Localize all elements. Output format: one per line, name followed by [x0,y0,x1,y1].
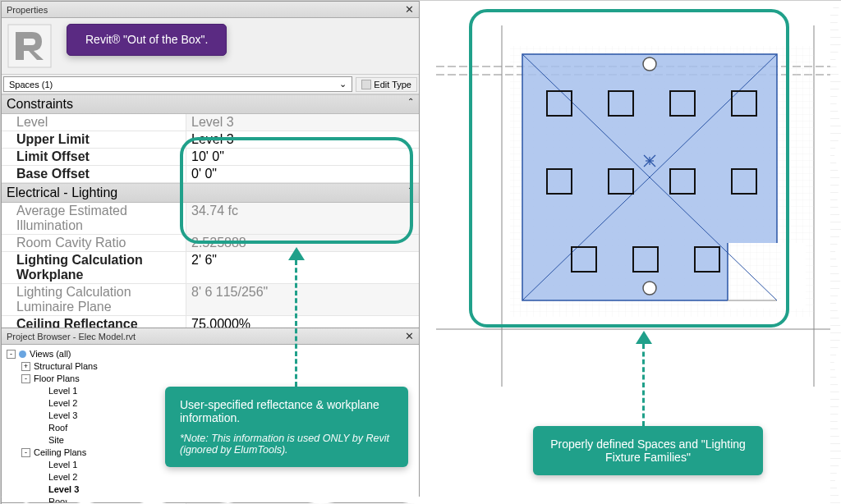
annotation-right: Properly defined Spaces and "Lighting Fi… [533,426,763,475]
edit-type-icon [361,80,371,89]
tree-label: Level 2 [48,471,77,483]
properties-header: Properties ✕ [2,2,419,18]
properties-title: Properties [7,5,48,15]
prop-label: Limit Offset [2,149,186,165]
tree-item[interactable]: +Structural Plans [2,360,419,373]
svg-point-31 [643,282,656,295]
annotation-left-text: User-specified reflectance & workplane i… [180,398,393,424]
prop-value[interactable]: 0' 0" [186,166,419,182]
type-selector-row: Spaces (1) ⌄ Edit Type [2,74,419,94]
edit-type-label: Edit Type [374,80,411,89]
prop-label: Base Offset [2,166,186,182]
tree-toggle-blank [36,399,45,408]
type-selector[interactable]: Spaces (1) ⌄ [3,76,352,92]
tree-toggle-blank [36,460,45,470]
prop-row[interactable]: Lighting Calculation Luminaire Plane8' 6… [2,284,419,316]
annotation-purple-text: Revit® "Out of the Box". [85,33,208,46]
browser-title: Project Browser - Elec Model.rvt [7,332,136,341]
close-icon[interactable]: ✕ [405,330,414,342]
svg-point-30 [643,57,656,71]
tree-item[interactable]: Level 2 [2,471,419,483]
collapse-icon[interactable]: - [21,374,30,383]
floor-plan-drawing [428,9,839,403]
annotation-left-note: *Note: This information is used ONLY by … [180,433,393,456]
prop-value[interactable]: 10' 0" [186,149,419,165]
arrow-up-icon [288,247,305,260]
prop-row[interactable]: Average Estimated Illumination34.74 fc [2,203,419,235]
prop-value[interactable]: Level 3 [186,131,419,148]
collapse-icon[interactable]: ⌃ [407,186,414,200]
views-icon [19,351,26,358]
prop-row[interactable]: Limit Offset10' 0" [2,149,419,166]
type-selector-label: Spaces (1) [9,80,53,89]
tree-label: Ceiling Plans [34,447,86,459]
annotation-right-text: Properly defined Spaces and "Lighting Fi… [548,438,748,464]
svg-rect-10 [728,243,781,300]
tree-label: Structural Plans [34,360,98,373]
browser-header: Project Browser - Elec Model.rvt ✕ [2,328,419,345]
edit-type-button[interactable]: Edit Type [356,77,417,92]
tree-label: Level 1 [48,385,77,397]
prop-label: Level [2,114,186,131]
prop-label: Upper Limit [2,131,186,148]
prop-value[interactable]: Level 3 [186,114,419,131]
close-icon[interactable]: ✕ [405,3,414,16]
tree-item[interactable]: -Views (all) [2,348,419,360]
expand-icon[interactable]: + [21,362,30,371]
collapse-icon[interactable]: - [21,448,30,457]
prop-row[interactable]: Lighting Calculation Workplane2' 6" [2,252,419,284]
tree-toggle-blank [36,473,45,482]
tree-toggle-blank [36,424,45,433]
prop-label: Average Estimated Illumination [2,203,186,234]
arrow-up-icon [636,331,652,344]
collapse-icon[interactable]: ⌃ [407,97,414,112]
dashed-connector [642,344,645,426]
prop-label: Room Cavity Ratio [2,235,186,251]
tree-label: Level 3 [48,483,79,496]
tree-toggle-blank [36,411,45,420]
tree-label: Roof [48,422,67,434]
tree-item[interactable]: -Floor Plans [2,373,419,385]
prop-group-name: Constraints [7,97,73,112]
tree-label: Views (all) [30,348,71,360]
chevron-down-icon: ⌄ [339,79,347,89]
revit-logo-icon [5,21,54,71]
tree-label: Level 3 [48,410,77,422]
tree-label: Level 2 [48,397,77,410]
prop-row[interactable]: Upper LimitLevel 3 [2,131,419,149]
dashed-connector [295,260,297,387]
prop-group-header[interactable]: Electrical - Lighting⌃ [2,183,419,203]
tree-toggle-blank [36,485,45,494]
tree-toggle-blank [36,436,45,445]
tree-label: Level 1 [48,459,77,471]
prop-value[interactable]: 34.74 fc [186,203,419,234]
collapse-icon[interactable]: - [7,350,16,359]
tree-item[interactable]: Level 3 [2,483,419,496]
prop-group-name: Electrical - Lighting [7,186,117,200]
prop-label: Lighting Calculation Workplane [2,252,186,283]
prop-label: Lighting Calculation Luminaire Plane [2,284,186,315]
prop-group-header[interactable]: Constraints⌃ [2,94,419,114]
annotation-purple: Revit® "Out of the Box". [67,24,227,56]
tree-label: Floor Plans [34,373,80,385]
tree-label: Site [48,434,64,447]
prop-value[interactable]: 8' 6 115/256" [186,284,419,315]
tree-toggle-blank [36,387,45,396]
prop-row[interactable]: LevelLevel 3 [2,114,419,131]
prop-row[interactable]: Room Cavity Ratio2.525888 [2,235,419,252]
annotation-left: User-specified reflectance & workplane i… [165,387,408,467]
prop-row[interactable]: Base Offset0' 0" [2,166,419,183]
